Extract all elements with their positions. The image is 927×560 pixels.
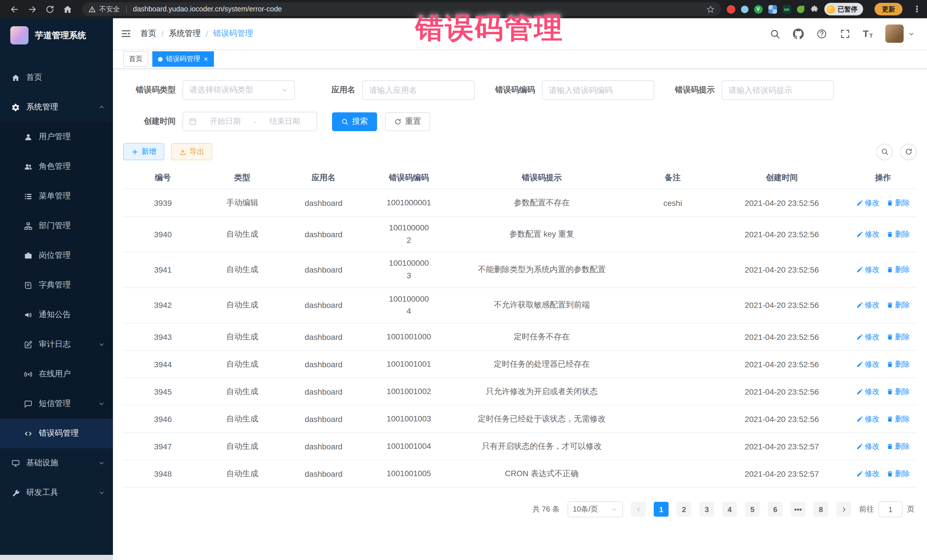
add-button[interactable]: 新增 bbox=[123, 143, 164, 160]
cell-remark: ceshi bbox=[631, 189, 714, 216]
edit-link[interactable]: 修改 bbox=[856, 469, 880, 479]
extension-icon-on[interactable] bbox=[783, 5, 791, 14]
extension-icon-green-v[interactable] bbox=[754, 5, 763, 14]
cell-id: 3941 bbox=[123, 252, 202, 288]
delete-link[interactable]: 删除 bbox=[886, 197, 910, 208]
profile-chip[interactable]: 已暂停 bbox=[824, 3, 863, 15]
sidebar-item-notice[interactable]: 通知公告 bbox=[0, 300, 113, 329]
home-icon[interactable] bbox=[63, 4, 73, 14]
sidebar-item-system[interactable]: 系统管理 bbox=[0, 93, 113, 122]
hamburger-icon[interactable] bbox=[120, 28, 132, 39]
sidebar-item-errcode[interactable]: 错误码管理 bbox=[0, 419, 113, 448]
delete-link[interactable]: 删除 bbox=[886, 441, 910, 451]
browser-menu-icon[interactable]: ⋮ bbox=[913, 4, 921, 14]
user-menu[interactable] bbox=[885, 24, 915, 43]
chevron-up-icon bbox=[98, 104, 105, 111]
sidebar-item-user[interactable]: 用户管理 bbox=[0, 122, 113, 152]
extension-icon-red[interactable] bbox=[726, 5, 735, 14]
sidebar-item-dict[interactable]: 字典管理 bbox=[0, 270, 113, 300]
edit-link[interactable]: 修改 bbox=[856, 386, 880, 397]
sidebar-item-dept[interactable]: 部门管理 bbox=[0, 211, 113, 241]
users-icon bbox=[24, 162, 32, 171]
export-button[interactable]: 导出 bbox=[171, 143, 212, 160]
sidebar-item-sms[interactable]: 短信管理 bbox=[0, 389, 113, 419]
breadcrumb-system[interactable]: 系统管理 bbox=[169, 29, 201, 39]
edit-link[interactable]: 修改 bbox=[856, 197, 880, 208]
delete-link[interactable]: 删除 bbox=[886, 414, 910, 424]
extension-icon-leaf[interactable] bbox=[797, 5, 804, 13]
pager-page-5[interactable]: 5 bbox=[745, 502, 760, 517]
error-code-input[interactable] bbox=[542, 80, 654, 100]
app-logo[interactable]: 芋道管理系统 bbox=[0, 18, 113, 52]
forward-icon[interactable] bbox=[27, 4, 37, 14]
tab-home[interactable]: 首页 bbox=[123, 51, 148, 67]
extension-icon-blue[interactable] bbox=[741, 5, 748, 13]
error-hint-input[interactable] bbox=[722, 80, 834, 100]
table-row: 3947自动生成dashboard1001001004只有开启状态的任务，才可以… bbox=[123, 433, 917, 460]
back-icon[interactable] bbox=[10, 4, 20, 14]
search-icon[interactable] bbox=[769, 28, 780, 39]
sidebar-collapse-bar[interactable] bbox=[0, 555, 113, 560]
app-name-input[interactable] bbox=[362, 80, 475, 100]
edit-link[interactable]: 修改 bbox=[856, 265, 880, 275]
pager-page-2[interactable]: 2 bbox=[676, 502, 691, 517]
sidebar-item-online[interactable]: 在线用户 bbox=[0, 359, 113, 389]
github-icon[interactable] bbox=[793, 28, 804, 39]
tab-error-code[interactable]: 错误码管理 bbox=[152, 51, 214, 67]
reload-icon[interactable] bbox=[45, 4, 55, 14]
edit-link[interactable]: 修改 bbox=[856, 229, 880, 239]
page-size-select[interactable]: 10条/页 bbox=[568, 501, 623, 517]
security-label[interactable]: 不安全 bbox=[99, 4, 120, 14]
extension-icon-grid[interactable] bbox=[768, 5, 777, 14]
edit-link[interactable]: 修改 bbox=[856, 359, 880, 369]
pager-page-3[interactable]: 3 bbox=[699, 502, 714, 517]
pager-ellipsis[interactable]: ••• bbox=[791, 502, 805, 517]
address-bar[interactable]: 不安全 dashboard.yudao.iocoder.cn/system/er… bbox=[82, 2, 721, 16]
delete-link[interactable]: 删除 bbox=[886, 386, 910, 397]
reset-button[interactable]: 重置 bbox=[385, 112, 430, 131]
goto-page-input[interactable] bbox=[878, 501, 903, 517]
pager-page-4[interactable]: 4 bbox=[722, 502, 737, 517]
update-button[interactable]: 更新 bbox=[874, 3, 903, 15]
extensions-puzzle-icon[interactable] bbox=[810, 5, 818, 14]
edit-link[interactable]: 修改 bbox=[856, 414, 880, 424]
search-button[interactable]: 搜索 bbox=[332, 112, 377, 131]
fullscreen-icon[interactable] bbox=[839, 28, 850, 39]
help-icon[interactable] bbox=[816, 28, 827, 39]
delete-link[interactable]: 删除 bbox=[886, 469, 910, 479]
refresh-table-button[interactable] bbox=[900, 143, 917, 160]
sidebar-item-role[interactable]: 角色管理 bbox=[0, 152, 113, 181]
font-size-icon[interactable] bbox=[863, 29, 873, 38]
sidebar-item-menu[interactable]: 菜单管理 bbox=[0, 181, 113, 211]
edit-link[interactable]: 修改 bbox=[856, 441, 880, 451]
pager-page-8[interactable]: 8 bbox=[813, 502, 828, 517]
delete-link[interactable]: 删除 bbox=[886, 229, 910, 239]
edit-link[interactable]: 修改 bbox=[856, 300, 880, 311]
next-page-button[interactable] bbox=[836, 502, 851, 517]
delete-link[interactable]: 删除 bbox=[886, 359, 910, 369]
breadcrumb-home[interactable]: 首页 bbox=[140, 29, 156, 39]
delete-link[interactable]: 删除 bbox=[886, 265, 910, 275]
prev-page-button[interactable] bbox=[631, 502, 646, 517]
delete-link[interactable]: 删除 bbox=[886, 332, 910, 342]
edit-doc-icon bbox=[24, 340, 32, 349]
bookmark-star-icon[interactable] bbox=[706, 5, 714, 14]
sidebar-item-post[interactable]: 岗位管理 bbox=[0, 241, 113, 270]
cell-id: 3939 bbox=[123, 189, 202, 216]
pager-page-6[interactable]: 6 bbox=[768, 502, 783, 517]
search-toggle-button[interactable] bbox=[876, 143, 893, 160]
sidebar-item-infra[interactable]: 基础设施 bbox=[0, 448, 113, 478]
delete-link[interactable]: 删除 bbox=[886, 300, 910, 311]
sidebar-item-audit[interactable]: 审计日志 bbox=[0, 329, 113, 359]
sidebar-item-home[interactable]: 首页 bbox=[0, 63, 113, 93]
cell-hint: 定时任务的处理器已经存在 bbox=[452, 351, 631, 378]
close-icon[interactable] bbox=[204, 55, 208, 63]
edit-link[interactable]: 修改 bbox=[856, 332, 880, 342]
screenshot-root: 不安全 dashboard.yudao.iocoder.cn/system/er… bbox=[0, 0, 927, 560]
column-header: 操作 bbox=[849, 167, 917, 189]
pager-page-1[interactable]: 1 bbox=[654, 502, 669, 517]
date-range-picker[interactable]: 开始日期 - 结束日期 bbox=[182, 112, 317, 131]
error-type-select[interactable]: 请选择错误码类型 bbox=[182, 80, 295, 100]
sidebar-item-tools[interactable]: 研发工具 bbox=[0, 478, 113, 508]
start-date-placeholder: 开始日期 bbox=[199, 116, 252, 127]
